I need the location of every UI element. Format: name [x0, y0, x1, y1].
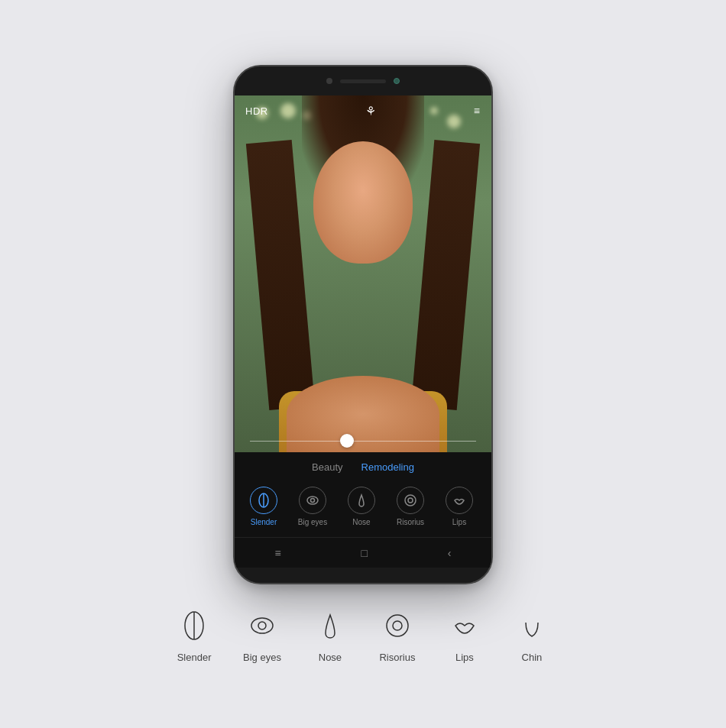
nav-back-icon[interactable]: ‹: [448, 547, 452, 559]
svg-point-10: [387, 615, 408, 636]
phone-bottom-bar: [235, 568, 491, 583]
camera-viewfinder: HDR ⚘ ≡: [235, 95, 491, 452]
feature-nose[interactable]: Nose: [337, 487, 386, 526]
front-camera: [394, 78, 400, 84]
nose-icon-circle: [348, 487, 375, 514]
svg-point-2: [307, 497, 318, 504]
photo-background: [235, 95, 491, 452]
svg-point-5: [408, 498, 413, 503]
menu-icon[interactable]: ≡: [474, 105, 481, 117]
legend-slender-label: Slender: [177, 652, 212, 663]
adjustment-slider-container: [235, 429, 491, 452]
main-container: HDR ⚘ ≡ Beauty Remodeling: [176, 65, 550, 663]
slender-icon-circle: [250, 487, 277, 514]
legend-nose: Nose: [312, 607, 348, 663]
nav-menu-icon[interactable]: ≡: [274, 547, 280, 559]
legend-risorius-icon: [379, 607, 416, 644]
legend-chin-label: Chin: [522, 652, 543, 663]
feature-slender[interactable]: Slender: [239, 487, 288, 526]
legend-big-eyes: Big eyes: [243, 607, 281, 663]
legend-chin-icon: [514, 607, 550, 644]
legend-lips-icon: [446, 607, 483, 644]
legend-slender-icon: [176, 607, 212, 644]
big-eyes-label: Big eyes: [298, 518, 327, 526]
phone-screen: HDR ⚘ ≡ Beauty Remodeling: [235, 95, 491, 568]
legend-nose-icon: [312, 607, 348, 644]
nose-label: Nose: [352, 518, 370, 526]
legend-nose-label: Nose: [319, 652, 342, 663]
beauty-mode-icon[interactable]: ⚘: [365, 104, 376, 118]
legend-slender: Slender: [176, 607, 212, 663]
legend-container: Slender Big eyes Nose: [176, 607, 550, 663]
nav-home-icon[interactable]: □: [361, 547, 368, 559]
big-eyes-icon-circle: [299, 487, 326, 514]
phone-nav-bar: ≡ □ ‹: [235, 537, 491, 568]
legend-lips: Lips: [446, 607, 483, 663]
legend-big-eyes-icon: [244, 607, 280, 644]
svg-point-9: [258, 622, 266, 629]
feature-lips[interactable]: Lips: [435, 487, 484, 526]
features-row: Slender Big eyes: [235, 484, 491, 532]
feature-risorius[interactable]: Risorius: [386, 487, 435, 526]
svg-point-4: [405, 495, 416, 506]
legend-big-eyes-label: Big eyes: [243, 652, 281, 663]
feature-big-eyes[interactable]: Big eyes: [288, 487, 337, 526]
phone: HDR ⚘ ≡ Beauty Remodeling: [233, 65, 493, 584]
tab-beauty[interactable]: Beauty: [312, 460, 342, 474]
phone-top-bar: [235, 66, 491, 95]
legend-lips-label: Lips: [455, 652, 474, 663]
lips-icon-circle: [446, 487, 473, 514]
mode-tabs: Beauty Remodeling: [235, 460, 491, 474]
svg-point-11: [393, 621, 402, 630]
risorius-label: Risorius: [397, 518, 424, 526]
slender-label: Slender: [251, 518, 277, 526]
person-face: [313, 141, 413, 264]
legend-risorius-label: Risorius: [379, 652, 415, 663]
front-camera-dot: [326, 78, 332, 84]
camera-bottom-panel: Beauty Remodeling Slender: [235, 452, 491, 537]
lips-label: Lips: [452, 518, 466, 526]
legend-chin: Chin: [514, 607, 550, 663]
tab-remodeling[interactable]: Remodeling: [361, 460, 414, 474]
phone-speaker: [340, 79, 386, 83]
hdr-label[interactable]: HDR: [245, 105, 268, 117]
adjustment-slider-thumb[interactable]: [340, 434, 354, 448]
legend-risorius: Risorius: [379, 607, 416, 663]
adjustment-slider-track[interactable]: [250, 441, 476, 442]
camera-top-bar: HDR ⚘ ≡: [235, 95, 491, 126]
svg-point-8: [251, 618, 273, 633]
svg-point-3: [311, 499, 315, 503]
phone-side-button: [491, 204, 493, 242]
risorius-icon-circle: [397, 487, 424, 514]
